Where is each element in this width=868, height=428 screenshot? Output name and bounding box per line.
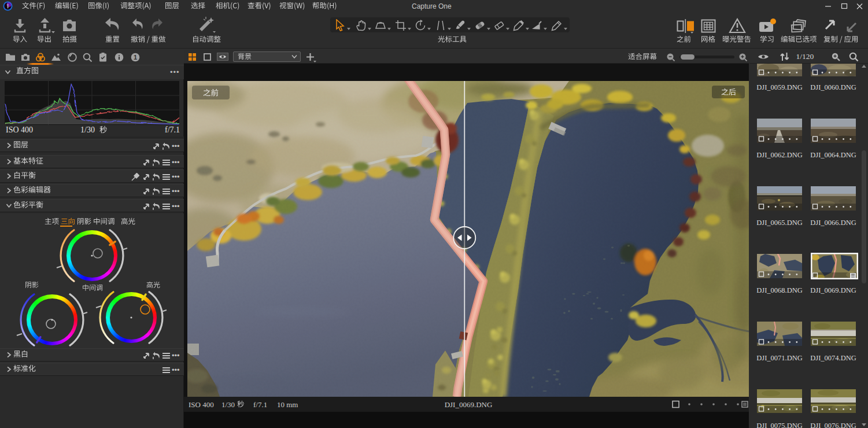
svg-text:1: 1 [134, 54, 137, 61]
